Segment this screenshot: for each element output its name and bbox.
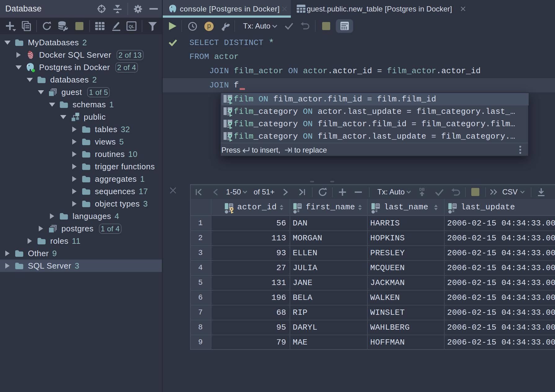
- svg-text:DB: DB: [419, 187, 425, 192]
- svg-text:QL: QL: [129, 24, 134, 29]
